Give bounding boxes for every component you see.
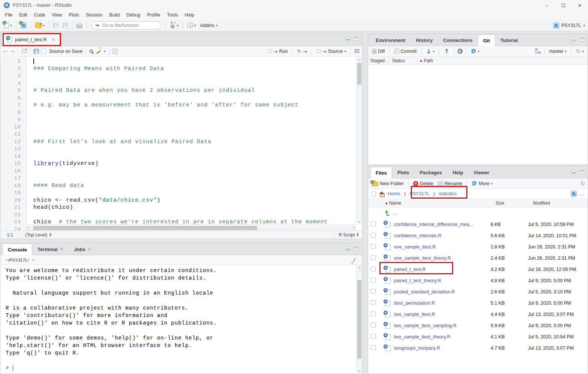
back-arrow-icon[interactable]: ← — [3, 48, 8, 55]
column-modified[interactable]: Modified — [530, 200, 588, 206]
menu-edit[interactable]: Edit — [16, 10, 31, 19]
menu-help[interactable]: Help — [181, 10, 198, 19]
file-name[interactable]: confidence_intervals.R — [394, 233, 491, 238]
file-name[interactable]: one_sample_ttest.R — [394, 244, 491, 250]
more-ellipsis-button[interactable]: ... — [580, 191, 585, 196]
home-icon[interactable] — [379, 191, 385, 196]
editor-vertical-scrollbar[interactable]: ▴ ▾ — [356, 57, 362, 224]
addins-button[interactable]: Addins ▾ — [199, 22, 219, 29]
save-all-button[interactable] — [61, 22, 69, 29]
file-row[interactable]: Rpooled_standard_deviation.R2.6 KBJul 5,… — [368, 286, 588, 298]
file-checkbox[interactable] — [371, 255, 376, 260]
file-name[interactable]: paired_t_test.R — [394, 267, 491, 272]
editor-tab-paired-t-test[interactable]: R paired_t_test.R ✕ — [3, 33, 60, 46]
code-tools-icon[interactable] — [96, 51, 100, 54]
commit-button[interactable]: ✓ Commit — [393, 48, 418, 55]
column-size[interactable]: Size — [492, 200, 530, 206]
file-checkbox[interactable] — [371, 266, 376, 271]
breadcrumb-home[interactable]: Home — [388, 191, 400, 196]
rerun-button[interactable]: ↻ → — [296, 48, 308, 55]
tab-history[interactable]: History — [410, 34, 438, 46]
pane-maximize-button[interactable] — [579, 170, 584, 174]
menu-debug[interactable]: Debug — [123, 10, 144, 19]
pane-minimize-button[interactable] — [571, 170, 576, 174]
file-row[interactable]: Rtwogroups_nonpara.R4.7 KBJul 13, 2020, … — [368, 343, 588, 354]
file-name[interactable]: ttest_permutation.R — [394, 301, 491, 306]
document-outline-icon[interactable] — [354, 49, 360, 53]
close-button[interactable]: ✕ — [572, 0, 588, 10]
more-button[interactable]: More ▾ — [470, 180, 494, 187]
pane-minimize-button[interactable] — [346, 37, 351, 41]
delete-button[interactable]: ✕ Delete — [412, 180, 434, 187]
tab-close-icon[interactable]: ✕ — [88, 247, 91, 252]
scroll-down-icon[interactable]: ▾ — [357, 370, 363, 373]
file-name[interactable]: two_sample_ttest.R — [394, 312, 491, 317]
file-checkbox[interactable] — [371, 278, 376, 283]
console-prompt-line[interactable]: > — [6, 364, 356, 372]
menu-code[interactable]: Code — [31, 10, 49, 19]
git-settings-button[interactable]: ▾ — [470, 48, 481, 55]
file-name[interactable]: two_sample_ttest_theory.R — [394, 334, 491, 340]
print-button[interactable] — [75, 22, 84, 29]
file-checkbox[interactable] — [371, 221, 376, 226]
forward-arrow-icon[interactable]: → — [10, 48, 15, 55]
select-all-checkbox[interactable] — [371, 191, 376, 196]
new-file-button[interactable]: + ▾ — [3, 22, 13, 29]
file-name[interactable]: pooled_standard_deviation.R — [394, 289, 491, 295]
pane-minimize-button[interactable] — [346, 247, 351, 251]
scope-selector[interactable]: (Top Level) ▲▼ — [25, 232, 51, 238]
pull-button[interactable]: ↓ ▾ — [425, 47, 436, 56]
scroll-right-icon[interactable]: ▸ — [354, 226, 355, 229]
editor-horizontal-scrollbar[interactable]: ◂ ▸ — [27, 224, 356, 230]
file-row[interactable]: .. — [368, 208, 588, 219]
scroll-down-icon[interactable]: ▾ — [357, 220, 362, 224]
file-checkbox[interactable] — [371, 311, 376, 316]
file-name[interactable]: paired_t_test_theory.R — [394, 278, 491, 283]
file-checkbox[interactable] — [371, 300, 376, 305]
goto-directory-icon[interactable]: ↗ — [31, 257, 35, 263]
breadcrumb-psy317l[interactable]: PSY317L — [410, 191, 430, 196]
tab-plots[interactable]: Plots — [392, 166, 415, 178]
tab-connections[interactable]: Connections — [438, 34, 478, 46]
project-selector[interactable]: R PSY317L ▾ — [553, 22, 585, 28]
column-name[interactable]: ▲ Name — [368, 200, 492, 206]
compile-report-icon[interactable] — [113, 49, 117, 54]
scrollbar-thumb[interactable] — [357, 280, 361, 359]
branch-selector[interactable]: master ▾ — [548, 48, 568, 55]
menu-tools[interactable]: Tools — [164, 10, 181, 19]
tab-close-icon[interactable]: ✕ — [60, 247, 64, 252]
git-refresh-button[interactable]: ↻ ▾ — [575, 47, 585, 55]
run-button[interactable]: → Run — [267, 48, 289, 55]
new-folder-button[interactable]: + New Folder — [371, 180, 405, 187]
file-checkbox[interactable] — [371, 345, 376, 350]
open-file-button[interactable]: ➤ ▾ — [34, 22, 46, 29]
file-row[interactable]: Rtwo_sample_ttest_sampling.R5.9 KBJul 9,… — [368, 320, 588, 331]
menu-file[interactable]: File — [1, 10, 16, 19]
goto-file-function-input[interactable]: ➥ Go to file/function — [91, 21, 161, 30]
file-checkbox[interactable] — [371, 323, 376, 328]
workspace-panes-button[interactable]: ▾ — [186, 22, 197, 28]
code-editor[interactable]: 12### Comparing Means with Paired Data34… — [0, 57, 362, 230]
console-output[interactable]: You are welcome to redistribute it under… — [0, 265, 356, 374]
file-row[interactable]: Rone_sample_ttest_theory.R2.4 KBJun 26, … — [368, 253, 588, 264]
menu-profile[interactable]: Profile — [143, 10, 163, 19]
tab-jobs[interactable]: Jobs✕ — [69, 243, 97, 255]
find-replace-icon[interactable] — [90, 49, 93, 53]
tab-help[interactable]: Help — [447, 166, 468, 178]
menu-build[interactable]: Build — [106, 10, 123, 19]
tab-packages[interactable]: Packages — [414, 166, 447, 178]
file-row[interactable]: Rconfidence_interval_difference_mea...6 … — [368, 219, 588, 230]
minimize-button[interactable]: – — [539, 0, 555, 10]
column-status[interactable]: Status — [389, 58, 417, 63]
rename-button[interactable]: Rename — [437, 180, 463, 187]
file-checkbox[interactable] — [371, 244, 376, 249]
file-row[interactable]: Rone_sample_ttest.R2.8 KBJun 26, 2020, 2… — [368, 241, 588, 253]
pane-maximize-button[interactable] — [354, 37, 359, 41]
column-staged[interactable]: Staged — [368, 58, 389, 63]
tab-files[interactable]: Files — [370, 167, 392, 178]
save-icon[interactable] — [34, 49, 39, 54]
version-control-button[interactable]: +−G ▾ — [169, 22, 180, 29]
file-row[interactable]: Rconfidence_intervals.R5.6 KBJul 14, 202… — [368, 230, 588, 241]
save-button[interactable] — [52, 22, 60, 29]
tab-close-icon[interactable]: ✕ — [52, 37, 55, 42]
